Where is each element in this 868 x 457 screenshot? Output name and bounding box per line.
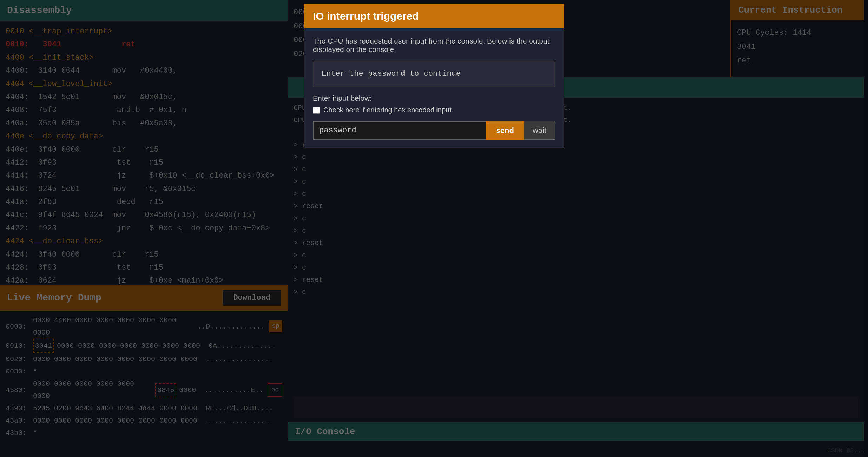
console-display-text: Enter the password to continue: [322, 69, 461, 78]
modal-description: The CPU has requested user input from th…: [313, 37, 555, 54]
wait-button[interactable]: wait: [524, 121, 555, 140]
modal-title: IO interrupt triggered: [313, 10, 419, 22]
modal-text-input[interactable]: [313, 121, 486, 140]
modal-body: The CPU has requested user input from th…: [304, 28, 564, 148]
modal-checkbox-row: Check here if entering hex encoded input…: [313, 106, 555, 114]
modal-input-row: send wait: [313, 121, 555, 140]
modal-header: IO interrupt triggered: [304, 4, 564, 28]
send-button[interactable]: send: [486, 121, 524, 140]
hex-encode-checkbox[interactable]: [313, 107, 320, 114]
console-display-box: Enter the password to continue: [313, 61, 555, 87]
hex-encode-label: Check here if entering hex encoded input…: [323, 106, 453, 114]
modal-input-label: Enter input below:: [313, 94, 555, 102]
io-interrupt-modal: IO interrupt triggered The CPU has reque…: [304, 4, 564, 148]
modal-overlay: IO interrupt triggered The CPU has reque…: [0, 0, 868, 457]
